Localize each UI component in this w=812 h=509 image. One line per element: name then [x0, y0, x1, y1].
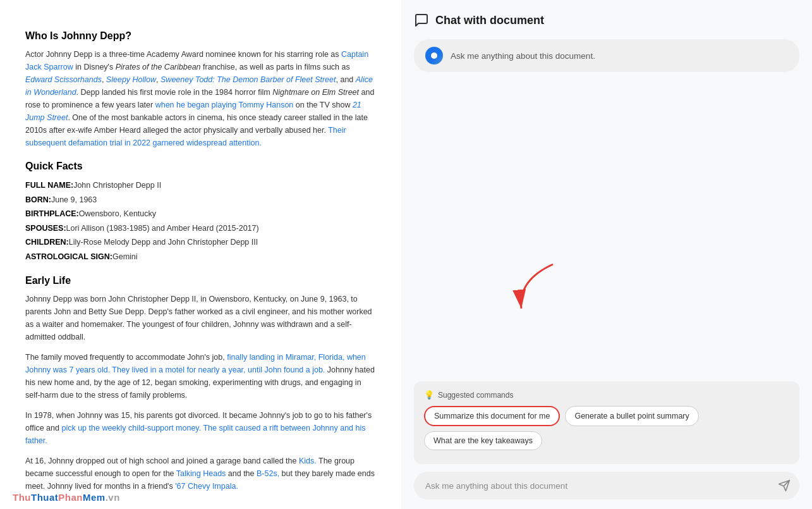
- suggested-buttons-row-2: What are the key takeaways: [424, 431, 789, 450]
- doc-paragraph: In 1978, when Johnny was 15, his parents…: [25, 409, 376, 447]
- fact-row: SPOUSES: Lori Allison (1983-1985) and Am…: [25, 221, 376, 236]
- chat-input-bar[interactable]: [414, 472, 799, 500]
- watermark-thuat: Thuat: [31, 492, 58, 503]
- fact-value: Lori Allison (1983-1985) and Amber Heard…: [66, 221, 259, 236]
- fact-label: BORN:: [25, 193, 51, 207]
- btn-bullet-summary[interactable]: Generate a bullet point summary: [565, 406, 698, 426]
- suggested-buttons-row-1: Summarize this document for me Generate …: [424, 406, 789, 426]
- section-heading: Early Life: [25, 275, 376, 286]
- fact-label: CHILDREN:: [25, 235, 69, 250]
- ai-avatar-icon: [425, 47, 443, 64]
- watermark-thu: Thu: [13, 492, 31, 503]
- send-button[interactable]: [778, 479, 791, 492]
- watermark-mem: Mem: [83, 492, 106, 503]
- chat-input-field[interactable]: [425, 481, 778, 491]
- suggested-label-row: 💡 Suggested commands: [424, 390, 789, 400]
- fact-row: ASTROLOGICAL SIGN: Gemini: [25, 250, 376, 264]
- fact-label: SPOUSES:: [25, 221, 66, 236]
- fact-value: June 9, 1963: [51, 193, 97, 207]
- watermark-vn: .vn: [106, 492, 120, 503]
- watermark-phan: Phan: [58, 492, 83, 503]
- chat-header: Chat with document: [414, 13, 799, 28]
- section-heading: Quick Facts: [25, 161, 376, 172]
- fact-row: FULL NAME: John Christopher Depp II: [25, 178, 376, 193]
- fact-label: ASTROLOGICAL SIGN:: [25, 250, 112, 264]
- facts-table: FULL NAME: John Christopher Depp IIBORN:…: [25, 178, 376, 264]
- watermark: ThuThuatPhanMem.vn: [13, 492, 120, 503]
- chat-document-icon: [414, 13, 429, 28]
- suggested-commands-area: 💡 Suggested commands Summarize this docu…: [414, 381, 799, 464]
- document-panel: Who Is Johnny Depp?Actor Johnny Depp is …: [0, 0, 401, 509]
- chat-title: Chat with document: [435, 14, 544, 27]
- fact-row: CHILDREN: Lily-Rose Melody Depp and John…: [25, 235, 376, 250]
- top-placeholder-text: Ask me anything about this document.: [451, 51, 595, 61]
- fact-value: John Christopher Depp II: [73, 178, 161, 193]
- chat-panel: Chat with document Ask me anything about…: [401, 0, 812, 509]
- section-heading: Who Is Johnny Depp?: [25, 30, 376, 42]
- fact-row: BIRTHPLACE: Owensboro, Kentucky: [25, 207, 376, 221]
- btn-key-takeaways[interactable]: What are the key takeaways: [424, 431, 542, 450]
- doc-paragraph: Actor Johnny Depp is a three-time Academ…: [25, 48, 376, 149]
- doc-paragraph: At 16, Johnny dropped out of high school…: [25, 455, 376, 493]
- fact-label: BIRTHPLACE:: [25, 207, 79, 221]
- fact-value: Owensboro, Kentucky: [79, 207, 156, 221]
- fact-label: FULL NAME:: [25, 178, 73, 193]
- lightbulb-icon: 💡: [424, 390, 434, 400]
- btn-summarize[interactable]: Summarize this document for me: [424, 406, 560, 426]
- doc-paragraph: The family moved frequently to accommoda…: [25, 351, 376, 402]
- fact-value: Lily-Rose Melody Depp and John Christoph…: [69, 235, 258, 250]
- suggested-label-text: Suggested commands: [438, 391, 513, 400]
- chat-top-bar: Ask me anything about this document.: [414, 39, 799, 72]
- fact-row: BORN: June 9, 1963: [25, 193, 376, 207]
- doc-paragraph: Johnny Depp was born John Christopher De…: [25, 293, 376, 343]
- fact-value: Gemini: [112, 250, 138, 264]
